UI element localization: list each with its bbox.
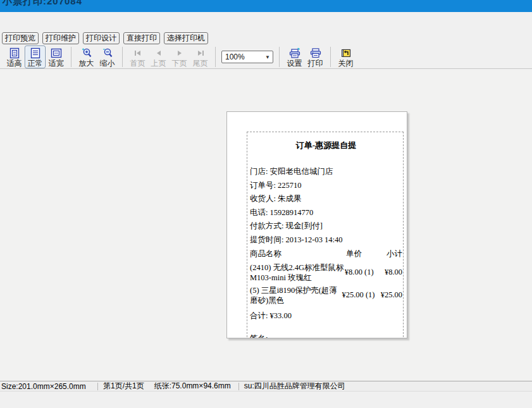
status-separator <box>238 383 239 390</box>
zoom-out-button[interactable]: 缩小 <box>97 46 118 68</box>
status-bar: Size:201.0mm×265.0mm 第1页/共1页 纸张:75.0mm×9… <box>0 381 532 391</box>
item-name: (2410) 无线2.4G标准型鼠标 M103-mini 玫瑰红 <box>250 263 345 283</box>
normal-view-label: 正常 <box>28 59 43 68</box>
print-preview-area[interactable]: 订单-惠源提自提 门店: 安阳老电信城门店 订单号: 225710 收货人: 朱… <box>0 70 532 381</box>
zoom-out-icon <box>97 47 118 59</box>
last-page-label: 尾页 <box>193 59 208 68</box>
close-exit-icon <box>335 47 356 59</box>
normal-view-icon <box>25 47 45 59</box>
fit-width-button[interactable]: 适宽 <box>46 46 66 68</box>
receipt-print-window: { "window": { "title": "小票打印:207084" }, … <box>0 0 532 408</box>
zoom-out-label: 缩小 <box>100 59 115 68</box>
prev-page-icon <box>148 47 169 59</box>
zoom-level-select[interactable]: 100% ▼ <box>221 51 273 63</box>
status-page-indicator: 第1页/共1页 <box>103 381 144 392</box>
next-page-button[interactable]: 下页 <box>169 46 190 68</box>
col-header-unit-price: 单价 <box>346 247 387 261</box>
item-unit-price: ¥25.00 (1) <box>342 290 380 300</box>
first-page-icon <box>127 47 148 59</box>
zoom-level-value: 100% <box>222 53 263 61</box>
first-page-button[interactable]: 首页 <box>127 46 148 68</box>
zoom-in-icon <box>76 47 97 59</box>
print-maintain-button[interactable]: 打印维护 <box>42 32 79 44</box>
zoom-in-label: 放大 <box>79 59 94 68</box>
receipt-item-row: (2410) 无线2.4G标准型鼠标 M103-mini 玫瑰红 ¥8.00 (… <box>250 261 402 284</box>
printer-settings-icon <box>284 47 305 59</box>
normal-view-button[interactable]: 正常 <box>25 46 46 68</box>
print-preview-button[interactable]: 打印预览 <box>2 32 39 44</box>
receipt-item-row: (5) 三星i8190保护壳(超薄磨砂)黑色 ¥25.00 (1) ¥25.00 <box>250 284 402 307</box>
item-name: (5) 三星i8190保护壳(超薄磨砂)黑色 <box>250 285 342 306</box>
signature-label: 签名: <box>250 334 268 339</box>
toolbar-separator <box>279 47 280 67</box>
paper-boundary: 订单-惠源提自提 门店: 安阳老电信城门店 订单号: 225710 收货人: 朱… <box>247 132 404 338</box>
item-subtotal: ¥25.00 <box>381 290 402 300</box>
zoom-in-button[interactable]: 放大 <box>76 46 97 68</box>
receipt-page: 订单-惠源提自提 门店: 安阳老电信城门店 订单号: 225710 收货人: 朱… <box>226 111 407 338</box>
last-page-icon <box>190 47 211 59</box>
toolbar-separator <box>215 47 216 67</box>
receipt-consignee-line: 收货人: 朱成果 <box>250 192 402 206</box>
print-button[interactable]: 打印 <box>305 46 326 68</box>
prev-page-label: 上页 <box>151 59 166 68</box>
receipt-signature-row: 签名: <box>250 332 402 339</box>
col-header-subtotal: 小计 <box>387 247 402 261</box>
window-bottom-strip <box>0 391 532 408</box>
print-action-buttons: 打印预览 打印维护 打印设计 直接打印 选择打印机 <box>2 32 208 44</box>
signature-line <box>271 333 300 339</box>
first-page-label: 首页 <box>130 59 145 68</box>
status-separator <box>97 383 98 390</box>
close-button[interactable]: 关闭 <box>335 46 356 68</box>
last-page-button[interactable]: 尾页 <box>190 46 211 68</box>
fit-height-label: 适高 <box>7 59 22 68</box>
receipt-total-line: 合计: ¥33.00 <box>250 309 402 323</box>
direct-print-button[interactable]: 直接打印 <box>123 32 160 44</box>
preview-toolbar: 适高 正常 适宽 <box>0 46 532 69</box>
print-label: 打印 <box>308 59 323 68</box>
item-unit-price: ¥8.00 (1) <box>345 268 385 277</box>
col-header-product: 商品名称 <box>250 247 346 261</box>
toolbar-separator <box>122 47 123 67</box>
chevron-down-icon[interactable]: ▼ <box>263 51 273 63</box>
receipt-title: 订单-惠源提自提 <box>250 140 402 151</box>
fit-width-label: 适宽 <box>49 59 64 68</box>
toolbar-separator <box>71 47 71 67</box>
printer-settings-button[interactable]: 设置 <box>284 46 305 68</box>
status-doc-size: Size:201.0mm×265.0mm <box>1 382 97 391</box>
receipt-payment-line: 付款方式: 现金[到付] <box>250 219 402 233</box>
printer-settings-label: 设置 <box>287 59 302 68</box>
receipt-phone-line: 电话: 15928914770 <box>250 206 402 220</box>
window-title: 小票打印:207084 <box>3 0 82 8</box>
select-printer-button[interactable]: 选择打印机 <box>164 32 208 44</box>
close-label: 关闭 <box>338 59 354 68</box>
receipt-content: 订单-惠源提自提 门店: 安阳老电信城门店 订单号: 225710 收货人: 朱… <box>250 140 402 338</box>
printer-icon <box>305 47 326 59</box>
fit-width-icon <box>46 47 66 59</box>
print-design-button[interactable]: 打印设计 <box>83 32 120 44</box>
receipt-store-line: 门店: 安阳老电信城门店 <box>250 165 402 179</box>
receipt-table-header: 商品名称 单价 小计 <box>250 247 402 261</box>
receipt-order-no-line: 订单号: 225710 <box>250 179 402 193</box>
prev-page-button[interactable]: 上页 <box>148 46 169 68</box>
toolbar-separator <box>330 47 331 67</box>
fit-height-icon <box>4 47 25 59</box>
next-page-icon <box>169 47 190 59</box>
next-page-label: 下页 <box>172 59 187 68</box>
status-supplier: su:四川品胜品牌管理有限公司 <box>244 381 345 392</box>
receipt-pickup-time-line: 提货时间: 2013-12-03 14:40 <box>250 233 402 247</box>
title-bar: 小票打印:207084 <box>0 0 532 12</box>
fit-height-button[interactable]: 适高 <box>4 46 25 68</box>
status-paper-size: 纸张:75.0mm×94.6mm <box>154 381 231 392</box>
item-subtotal: ¥8.00 <box>385 268 402 277</box>
